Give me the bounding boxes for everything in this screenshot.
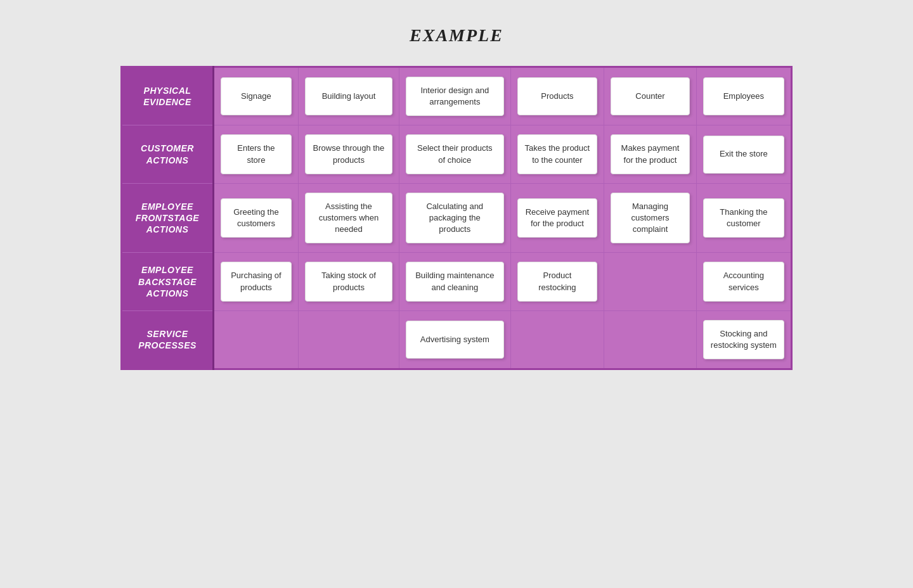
table-cell: Receive payment for the product [510,183,604,253]
table-cell: Advertising system [399,310,510,369]
cell-card: Calculating and packaging the products [406,193,503,244]
table-cell: Taking stock of products [298,253,399,311]
table-row: PHYSICALEVIDENCESignageBuilding layoutIn… [122,67,792,125]
cell-card: Enters the store [221,134,292,174]
cell-card: Thanking the customer [703,198,784,238]
table-cell [510,310,604,369]
row-header: SERVICEPROCESSES [122,310,214,369]
cell-card: Takes the product to the counter [517,134,598,174]
table-row: SERVICEPROCESSESAdvertising systemStocki… [122,310,792,369]
table-cell: Select their products of choice [399,125,510,183]
table-cell: Signage [214,67,299,125]
cell-card: Building maintenance and cleaning [406,262,503,301]
table-cell: Counter [604,67,696,125]
table-cell: Interior design and arrangements [399,67,510,125]
cell-card: Assisting the customers when needed [305,193,392,244]
table-cell: Products [510,67,604,125]
table-cell [604,253,696,311]
cell-card: Managing customers complaint [611,193,689,244]
row-header: PHYSICALEVIDENCE [122,67,214,125]
cell-card: Taking stock of products [305,262,392,301]
table-cell: Product restocking [510,253,604,311]
table-cell [298,310,399,369]
cell-card: Browse through the products [305,134,392,174]
table-cell: Employees [696,67,791,125]
page-title: EXAMPLE [410,25,503,46]
cell-card: Employees [703,77,784,115]
table-cell: Purchasing of products [214,253,299,311]
table-cell: Browse through the products [298,125,399,183]
cell-card: Exit the store [703,136,784,174]
cell-card: Advertising system [406,321,503,359]
table-cell: Makes payment for the product [604,125,696,183]
blueprint-table: PHYSICALEVIDENCESignageBuilding layoutIn… [120,66,793,370]
cell-card: Greeting the customers [221,198,292,238]
cell-card: Interior design and arrangements [406,77,503,116]
table-cell: Building layout [298,67,399,125]
table-cell: Stocking and restocking system [696,310,791,369]
table-cell: Exit the store [696,125,791,183]
table-cell: Thanking the customer [696,183,791,253]
table-cell [604,310,696,369]
cell-card: Receive payment for the product [517,198,598,238]
table-cell: Accounting services [696,253,791,311]
cell-card: Counter [611,77,689,115]
table-row: EMPLOYEEBACKSTAGEACTIONSPurchasing of pr… [122,253,792,311]
cell-card: Building layout [305,77,392,115]
cell-card: Stocking and restocking system [703,320,784,359]
table-cell: Takes the product to the counter [510,125,604,183]
row-header: EMPLOYEEBACKSTAGEACTIONS [122,253,214,311]
table-cell: Managing customers complaint [604,183,696,253]
table-cell: Enters the store [214,125,299,183]
cell-card: Select their products of choice [406,134,503,174]
table-cell: Greeting the customers [214,183,299,253]
table-row: EMPLOYEEFRONTSTAGEACTIONSGreeting the cu… [122,183,792,253]
cell-card: Purchasing of products [221,262,292,301]
row-header: EMPLOYEEFRONTSTAGEACTIONS [122,183,214,253]
row-header: CUSTOMERACTIONS [122,125,214,183]
table-cell: Calculating and packaging the products [399,183,510,253]
table-cell: Building maintenance and cleaning [399,253,510,311]
cell-card: Makes payment for the product [611,134,689,174]
cell-card: Accounting services [703,262,784,301]
cell-card: Product restocking [517,262,598,301]
table-cell: Assisting the customers when needed [298,183,399,253]
cell-card: Products [517,77,598,115]
table-row: CUSTOMERACTIONSEnters the storeBrowse th… [122,125,792,183]
cell-card: Signage [221,77,292,115]
table-cell [214,310,299,369]
